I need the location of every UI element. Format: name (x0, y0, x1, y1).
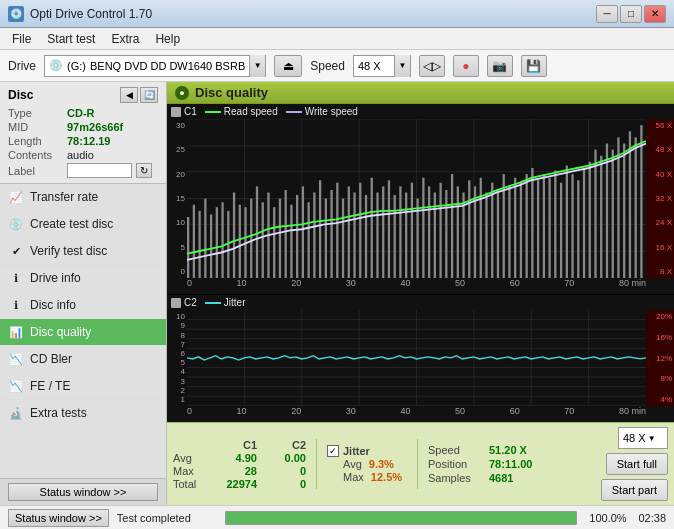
svg-rect-57 (434, 192, 436, 278)
jitter-legend-color (205, 302, 221, 304)
top-chart: C1 Read speed Write speed (167, 104, 674, 294)
drive-dropdown-arrow[interactable]: ▼ (249, 55, 265, 77)
stats-max-label: Max (173, 465, 208, 477)
nav-fe-te[interactable]: 📉 FE / TE (0, 373, 166, 400)
nav-extra-tests[interactable]: 🔬 Extra tests (0, 400, 166, 427)
label-input[interactable] (67, 163, 132, 178)
nav-create-test-disc[interactable]: 💿 Create test disc (0, 211, 166, 238)
svg-rect-78 (554, 170, 556, 278)
bottom-chart-x-axis: 0 10 20 30 40 50 60 70 80 min (187, 406, 646, 422)
close-button[interactable]: ✕ (644, 5, 666, 23)
svg-rect-93 (640, 125, 642, 278)
speed-dropdown-arrow[interactable]: ▼ (394, 55, 410, 77)
extra-tests-icon: 🔬 (8, 405, 24, 421)
action-buttons: 48 X ▼ Start full Start part (601, 427, 668, 501)
bottom-chart-y-axis-right: 20% 16% 12% 8% 4% (646, 310, 674, 406)
start-part-button[interactable]: Start part (601, 479, 668, 501)
nav-create-test-disc-label: Create test disc (30, 217, 113, 231)
svg-rect-43 (353, 192, 355, 278)
stats-total-c2: 0 (261, 478, 306, 490)
svg-rect-31 (285, 190, 287, 278)
menu-file[interactable]: File (4, 30, 39, 48)
nav-cd-bler[interactable]: 📉 CD Bler (0, 346, 166, 373)
nav-verify-test-disc-label: Verify test disc (30, 244, 107, 258)
y-label-5: 5 (167, 243, 187, 252)
top-chart-legend: C1 Read speed Write speed (167, 104, 674, 119)
nav-verify-test-disc[interactable]: ✔ Verify test disc (0, 238, 166, 265)
progress-bar-container (225, 511, 578, 525)
nav-disc-info[interactable]: ℹ Disc info (0, 292, 166, 319)
menu-start-test[interactable]: Start test (39, 30, 103, 48)
nav-transfer-rate[interactable]: 📈 Transfer rate (0, 184, 166, 211)
svg-rect-66 (485, 192, 487, 278)
app-title: Opti Drive Control 1.70 (30, 7, 152, 21)
svg-rect-73 (526, 174, 528, 278)
svg-rect-91 (629, 131, 631, 278)
svg-rect-92 (635, 137, 637, 278)
menu-extra[interactable]: Extra (103, 30, 147, 48)
status-window-button2[interactable]: Status window >> (8, 509, 109, 527)
x-label-20: 20 (291, 278, 301, 294)
top-chart-area: 30 25 20 15 10 5 0 (167, 119, 674, 294)
write-speed-legend-color (286, 111, 302, 113)
bottom-chart-y-axis-left: 10 9 8 7 6 5 4 3 2 1 (167, 310, 187, 406)
nav-disc-quality[interactable]: 📊 Disc quality (0, 319, 166, 346)
position-stat-label: Position (428, 458, 483, 470)
svg-rect-46 (371, 178, 373, 278)
nav-drive-info[interactable]: ℹ Drive info (0, 265, 166, 292)
svg-rect-27 (262, 202, 264, 278)
y-label-15: 15 (167, 194, 187, 203)
status-time: 02:38 (638, 512, 666, 524)
minimize-button[interactable]: ─ (596, 5, 618, 23)
svg-rect-22 (233, 192, 235, 278)
svg-rect-50 (394, 195, 396, 278)
x-label-60: 60 (510, 278, 520, 294)
jitter-checkbox[interactable]: ✓ (327, 445, 339, 457)
y-label-20: 20 (167, 170, 187, 179)
svg-rect-44 (359, 183, 361, 279)
svg-rect-49 (388, 180, 390, 278)
toolbar-back-forward[interactable]: ◁▷ (419, 55, 445, 77)
y-label-30: 30 (167, 121, 187, 130)
progress-percent: 100.0% (585, 512, 630, 524)
nav-disc-quality-label: Disc quality (30, 325, 91, 339)
x-label-30: 30 (346, 278, 356, 294)
disc-panel-icon1[interactable]: ◀ (120, 87, 138, 103)
label-refresh-button[interactable]: ↻ (136, 163, 152, 178)
drive-icon: 💿 (49, 59, 63, 72)
svg-rect-25 (250, 199, 252, 279)
menu-help[interactable]: Help (147, 30, 188, 48)
length-value: 78:12.19 (67, 135, 110, 147)
svg-rect-68 (497, 190, 499, 278)
status-window-button[interactable]: Status window >> (8, 483, 158, 501)
drive-selector[interactable]: 💿 (G:) BENQ DVD DD DW1640 BSRB (45, 59, 249, 72)
toolbar-color-icon[interactable]: ● (453, 55, 479, 77)
y-right-24: 24 X (648, 218, 672, 227)
toolbar-save-icon[interactable]: 💾 (521, 55, 547, 77)
disc-panel-icon2[interactable]: 🔄 (140, 87, 158, 103)
svg-rect-84 (589, 162, 591, 278)
svg-rect-55 (422, 178, 424, 278)
title-bar: 💿 Opti Drive Control 1.70 ─ □ ✕ (0, 0, 674, 28)
svg-rect-86 (600, 156, 602, 278)
svg-rect-19 (216, 207, 218, 278)
svg-rect-80 (566, 166, 568, 279)
svg-rect-37 (319, 180, 321, 278)
stats-total-label: Total (173, 478, 208, 490)
nav-list: 📈 Transfer rate 💿 Create test disc ✔ Ver… (0, 184, 166, 478)
start-full-button[interactable]: Start full (606, 453, 668, 475)
toolbar-camera-icon[interactable]: 📷 (487, 55, 513, 77)
eject-button[interactable]: ⏏ (274, 55, 302, 77)
type-value: CD-R (67, 107, 95, 119)
nav-transfer-rate-label: Transfer rate (30, 190, 98, 204)
svg-rect-30 (279, 199, 281, 279)
create-test-disc-icon: 💿 (8, 216, 24, 232)
app-icon: 💿 (8, 6, 24, 22)
svg-rect-90 (623, 143, 625, 278)
svg-rect-58 (439, 183, 441, 279)
svg-rect-74 (531, 168, 533, 278)
speed-dropdown-btn[interactable]: 48 X ▼ (618, 427, 668, 449)
maximize-button[interactable]: □ (620, 5, 642, 23)
nav-fe-te-label: FE / TE (30, 379, 70, 393)
samples-stat-value: 4681 (489, 472, 513, 484)
